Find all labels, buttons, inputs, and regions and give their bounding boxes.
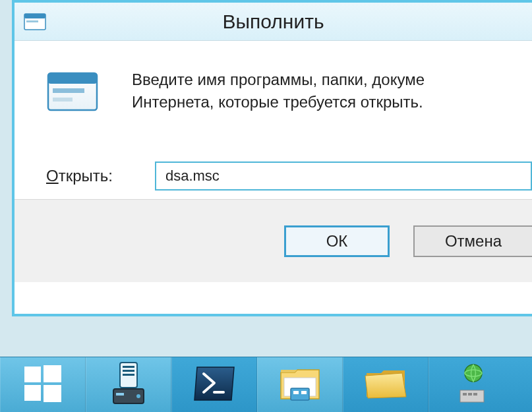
taskbar-powershell[interactable] xyxy=(171,357,257,412)
folder-icon xyxy=(364,367,407,403)
taskbar-explorer[interactable] xyxy=(257,357,343,412)
svg-rect-16 xyxy=(116,393,124,396)
open-label: Открыть: xyxy=(46,167,113,185)
globe-icon xyxy=(459,364,485,406)
dialog-content: Введите имя программы, папки, докумеИнте… xyxy=(15,41,532,140)
svg-rect-25 xyxy=(460,390,484,402)
taskbar-network[interactable] xyxy=(429,357,514,412)
svg-rect-8 xyxy=(44,365,61,382)
svg-rect-4 xyxy=(48,73,97,84)
svg-rect-21 xyxy=(293,391,299,394)
svg-rect-10 xyxy=(44,385,61,402)
svg-rect-9 xyxy=(24,385,41,401)
taskbar xyxy=(0,357,532,412)
svg-rect-22 xyxy=(301,391,307,394)
run-icon-small xyxy=(24,13,46,30)
svg-point-23 xyxy=(465,365,482,382)
taskbar-server-manager[interactable] xyxy=(86,357,171,412)
svg-rect-5 xyxy=(53,88,84,93)
run-icon xyxy=(46,71,99,112)
taskbar-folder[interactable] xyxy=(343,357,429,412)
server-icon xyxy=(109,361,148,409)
cancel-button[interactable]: Отмена xyxy=(413,225,532,257)
powershell-icon xyxy=(192,365,237,405)
input-row: Открыть: xyxy=(15,140,532,199)
svg-rect-27 xyxy=(468,393,472,396)
svg-rect-28 xyxy=(473,393,477,396)
svg-rect-14 xyxy=(123,374,134,376)
run-dialog-window: Выполнить Введите имя программы, папки, … xyxy=(12,0,532,316)
dialog-title: Выполнить xyxy=(222,11,324,33)
svg-rect-13 xyxy=(123,370,134,372)
svg-rect-26 xyxy=(463,393,467,396)
titlebar[interactable]: Выполнить xyxy=(15,3,532,41)
svg-rect-6 xyxy=(53,98,73,102)
svg-rect-12 xyxy=(123,366,134,368)
svg-rect-2 xyxy=(26,20,38,22)
start-button[interactable] xyxy=(0,357,86,412)
button-area: ОК Отмена xyxy=(15,199,532,282)
svg-rect-7 xyxy=(24,367,41,382)
file-explorer-icon xyxy=(279,365,321,405)
svg-rect-1 xyxy=(24,14,45,18)
svg-point-17 xyxy=(136,394,140,398)
dialog-description: Введите имя программы, папки, докумеИнте… xyxy=(132,69,430,140)
ok-button[interactable]: ОК xyxy=(284,225,390,257)
open-input[interactable] xyxy=(155,162,532,191)
windows-logo-icon xyxy=(23,364,63,406)
